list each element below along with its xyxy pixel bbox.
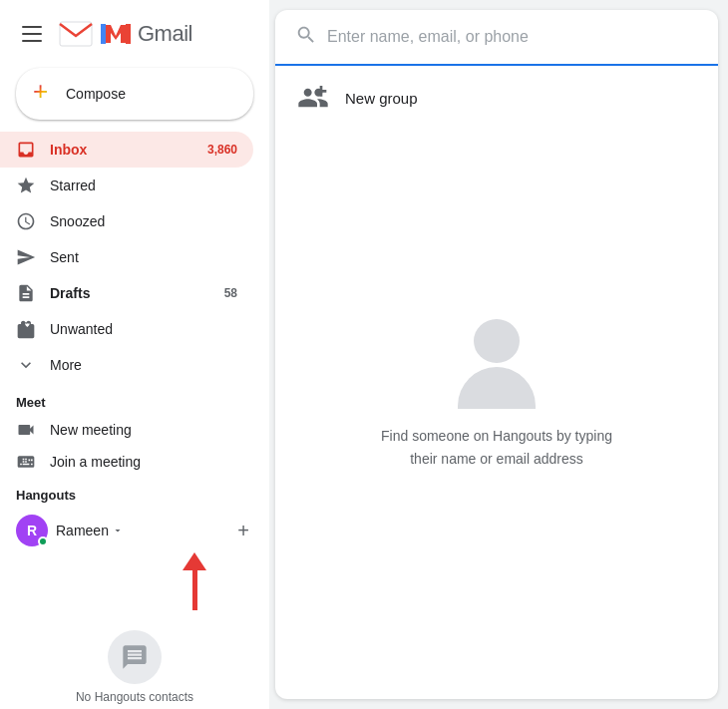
new-meeting-label: New meeting: [50, 422, 132, 438]
sidebar-item-join-meeting[interactable]: Join a meeting: [0, 446, 253, 478]
hangouts-header: Hangouts: [0, 478, 269, 509]
snoozed-label: Snoozed: [50, 213, 105, 229]
person-avatar-placeholder: [452, 319, 542, 409]
contacts-empty-text: Find someone on Hangouts by typingtheir …: [381, 425, 612, 470]
search-input[interactable]: [327, 28, 698, 46]
contacts-empty-state: Find someone on Hangouts by typingtheir …: [275, 130, 718, 699]
person-body: [458, 367, 536, 409]
svg-rect-0: [60, 22, 92, 46]
search-icon: [295, 24, 317, 50]
no-contacts-text: No Hangouts contacts: [76, 690, 193, 704]
starred-label: Starred: [50, 177, 96, 193]
drafts-badge: 58: [224, 286, 237, 300]
app-title: Gmail: [138, 21, 192, 47]
red-arrow: [182, 552, 206, 610]
chat-bubble-icon: [108, 630, 162, 684]
sidebar-item-new-meeting[interactable]: New meeting: [0, 414, 253, 446]
unwanted-icon: [16, 319, 36, 339]
search-box: [275, 10, 718, 66]
person-head: [474, 319, 520, 363]
star-icon: [16, 176, 36, 195]
new-group-row[interactable]: New group: [275, 66, 718, 130]
inbox-label: Inbox: [50, 142, 87, 158]
keyboard-icon: [16, 452, 36, 472]
gmail-logo-svg: [98, 16, 134, 52]
sidebar: Gmail Compose Inbox 3,860 Starred: [0, 0, 269, 709]
hangouts-label: Hangouts: [16, 488, 76, 503]
header-row: Gmail: [0, 10, 269, 62]
hangout-avatar: R: [16, 515, 48, 546]
dropdown-arrow-icon: [112, 525, 124, 536]
sidebar-item-sent[interactable]: Sent: [0, 239, 253, 275]
svg-marker-5: [101, 24, 106, 44]
compose-button[interactable]: Compose: [16, 68, 253, 120]
contacts-panel: New group Find someone on Hangouts by ty…: [275, 10, 718, 699]
video-icon: [16, 420, 36, 440]
red-arrow-annotation: [120, 552, 269, 610]
drafts-icon: [16, 283, 36, 303]
hamburger-menu[interactable]: [16, 20, 48, 48]
gmail-m-icon: [58, 16, 94, 52]
drafts-label: Drafts: [50, 285, 90, 301]
unwanted-label: Unwanted: [50, 321, 113, 337]
hangout-avatar-initial: R: [27, 523, 37, 538]
gmail-logo: Gmail: [58, 16, 192, 52]
arrow-head: [182, 552, 206, 570]
hangout-add-button[interactable]: +: [233, 516, 253, 546]
sidebar-item-inbox[interactable]: Inbox 3,860: [0, 132, 253, 168]
online-status-dot: [38, 536, 48, 546]
sidebar-item-drafts[interactable]: Drafts 58: [0, 275, 253, 311]
sent-icon: [16, 247, 36, 267]
no-contacts-area: No Hangouts contacts Find someone: [0, 610, 269, 709]
more-label: More: [50, 357, 82, 373]
sidebar-item-snoozed[interactable]: Snoozed: [0, 203, 253, 239]
chevron-down-icon: [16, 355, 36, 375]
meet-section-label: Meet: [0, 383, 269, 414]
sidebar-item-unwanted[interactable]: Unwanted: [0, 311, 253, 347]
new-group-label: New group: [345, 90, 418, 107]
sent-label: Sent: [50, 249, 79, 265]
sidebar-item-starred[interactable]: Starred: [0, 168, 253, 203]
compose-plus-icon: [32, 82, 56, 106]
inbox-badge: 3,860: [207, 143, 237, 157]
nav-menu: Inbox 3,860 Starred Snoozed Sent: [0, 132, 269, 383]
inbox-icon: [16, 140, 36, 160]
sidebar-item-more[interactable]: More: [0, 347, 253, 383]
snoozed-icon: [16, 211, 36, 231]
arrow-shaft: [192, 570, 197, 610]
join-meeting-label: Join a meeting: [50, 454, 141, 470]
hangout-user-row[interactable]: R Rameen +: [0, 509, 269, 552]
hangout-user-name: Rameen: [56, 523, 124, 538]
svg-marker-6: [126, 24, 131, 44]
add-group-icon: [295, 80, 331, 116]
compose-label: Compose: [66, 86, 126, 102]
